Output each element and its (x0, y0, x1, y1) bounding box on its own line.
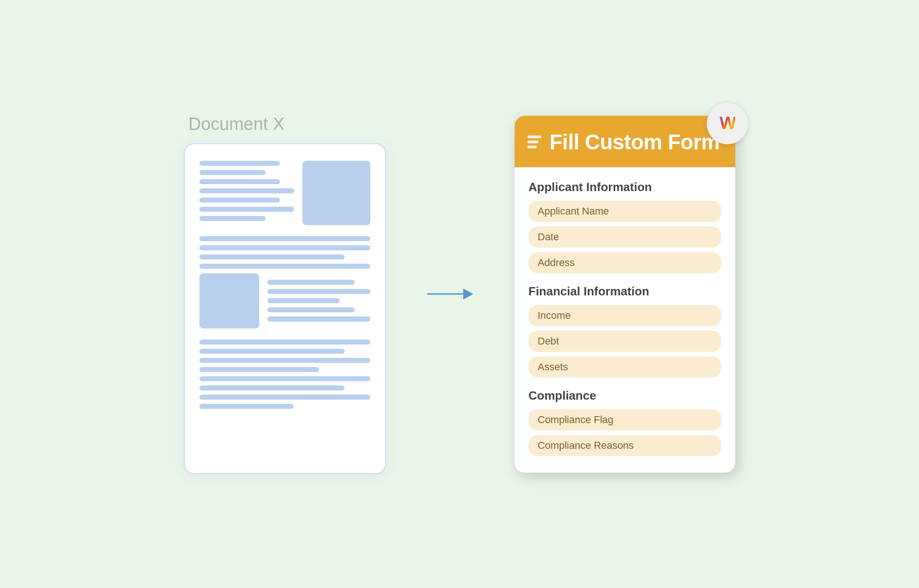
field-compliance-flag[interactable]: Compliance Flag (528, 409, 721, 430)
doc-line (199, 367, 319, 372)
doc-line (199, 245, 370, 250)
form-section-applicant: Applicant Information Applicant Name Dat… (528, 180, 721, 273)
field-debt[interactable]: Debt (528, 331, 721, 352)
field-income[interactable]: Income (528, 305, 721, 326)
scene: Document X (0, 0, 919, 588)
form-section-financial: Financial Information Income Debt Assets (528, 284, 721, 378)
form-card-wrapper: Fill Custom Form Applicant Information A… (515, 116, 735, 473)
section-title-financial: Financial Information (528, 284, 721, 299)
wv-badge: W (707, 103, 748, 144)
doc-line (199, 216, 266, 221)
doc-line (199, 395, 370, 400)
document-label: Document X (188, 114, 284, 134)
doc-line (199, 207, 294, 212)
section-title-compliance: Compliance (528, 389, 721, 403)
field-date[interactable]: Date (528, 226, 721, 248)
document-card (184, 143, 386, 474)
doc-line (199, 198, 280, 203)
arrow-line (427, 294, 466, 295)
doc-line (267, 317, 370, 322)
doc-image-bottom-left (199, 273, 259, 328)
doc-line (199, 358, 370, 363)
doc-line (199, 339, 370, 345)
header-bar-3 (528, 146, 537, 148)
form-body: Applicant Information Applicant Name Dat… (515, 167, 735, 473)
header-bar-1 (528, 136, 541, 138)
doc-line (199, 264, 370, 269)
wv-logo-text: W (720, 113, 735, 133)
doc-line (199, 385, 345, 390)
doc-line (199, 254, 345, 260)
doc-lines-left (199, 161, 294, 225)
doc-line (267, 298, 340, 303)
field-address[interactable]: Address (528, 252, 721, 273)
doc-image-top-right (302, 161, 370, 225)
form-title: Fill Custom Form (550, 130, 720, 154)
doc-line (267, 307, 355, 312)
form-section-compliance: Compliance Compliance Flag Compliance Re… (528, 389, 721, 456)
arrow (427, 288, 473, 300)
arrow-head (463, 288, 473, 300)
doc-middle-lines (199, 236, 370, 269)
doc-top-section (199, 161, 370, 225)
field-compliance-reasons[interactable]: Compliance Reasons (528, 435, 721, 456)
form-header-icon (528, 136, 541, 148)
doc-line (199, 376, 370, 381)
doc-line (199, 170, 266, 175)
section-title-applicant: Applicant Information (528, 180, 721, 194)
doc-lines-right (267, 273, 370, 328)
form-header: Fill Custom Form (515, 116, 735, 167)
doc-line (199, 349, 345, 354)
doc-line (267, 289, 370, 294)
header-bar-2 (528, 141, 539, 143)
arrow-container (423, 288, 478, 300)
document-section: Document X (184, 114, 386, 474)
doc-line (199, 188, 294, 193)
doc-line (199, 236, 370, 241)
doc-line (199, 179, 280, 184)
form-card: Fill Custom Form Applicant Information A… (515, 116, 735, 473)
doc-line (199, 161, 280, 166)
field-applicant-name[interactable]: Applicant Name (528, 201, 721, 222)
doc-bottom-lines (199, 339, 370, 409)
field-assets[interactable]: Assets (528, 356, 721, 378)
doc-line (267, 280, 355, 285)
doc-line (199, 404, 294, 409)
doc-middle-section (199, 273, 370, 328)
